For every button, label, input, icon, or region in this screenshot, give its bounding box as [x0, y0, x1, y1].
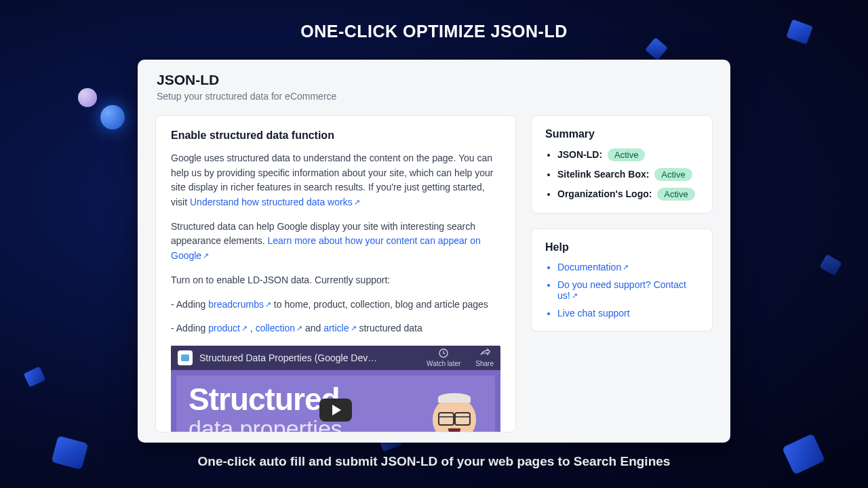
- external-link-icon: ↗: [203, 250, 209, 262]
- status-badge: Active: [657, 188, 694, 201]
- external-link-icon: ↗: [351, 323, 357, 334]
- intro-paragraph-2: Structured data can help Google display …: [171, 220, 500, 264]
- summary-item: Sitelink Search Box: Active: [557, 168, 698, 181]
- video-embed[interactable]: Structured Data Properties (Google Dev… …: [171, 346, 500, 432]
- support-line: Turn on to enable LD-JSON data. Currentl…: [171, 273, 500, 288]
- banner-subtitle: One-click auto fill and submit JSON-LD o…: [0, 454, 868, 469]
- decor-cube: [24, 367, 46, 388]
- summary-item: JSON-LD: Active: [557, 148, 698, 161]
- share-button[interactable]: Share: [475, 348, 494, 367]
- external-link-icon: ↗: [623, 263, 629, 272]
- help-panel: Help Documentation↗ Do you need support?…: [531, 228, 713, 331]
- help-link-contact[interactable]: Do you need support? Contact us!↗: [557, 279, 686, 301]
- page-subtitle: Setup your structured data for eCommerce: [157, 91, 711, 102]
- decor-orb: [100, 105, 125, 129]
- link-product[interactable]: product↗: [208, 323, 248, 333]
- intro-paragraph-1: Google uses structured data to understan…: [171, 151, 500, 210]
- external-link-icon: ↗: [265, 299, 271, 310]
- support-item-types: - Adding product↗ , collection↗ and arti…: [171, 321, 500, 336]
- external-link-icon: ↗: [572, 291, 578, 300]
- presenter-avatar: [423, 397, 486, 432]
- link-breadcrumbs[interactable]: breadcrumbs↗: [208, 299, 271, 310]
- help-link-chat[interactable]: Live chat support: [557, 308, 630, 319]
- play-button[interactable]: [319, 399, 352, 422]
- page-title: JSON-LD: [157, 72, 711, 88]
- status-badge: Active: [654, 168, 692, 181]
- support-item-breadcrumbs: - Adding breadcrumbs↗ to home, product, …: [171, 298, 500, 312]
- watch-later-button[interactable]: Watch later: [427, 348, 460, 367]
- status-badge: Active: [608, 148, 645, 161]
- settings-card: JSON-LD Setup your structured data for e…: [138, 60, 730, 443]
- video-title: Structured Data Properties (Google Dev…: [199, 352, 377, 363]
- link-collection[interactable]: collection↗: [256, 323, 302, 333]
- help-link-documentation[interactable]: Documentation↗: [557, 262, 629, 272]
- link-article[interactable]: article↗: [323, 323, 356, 333]
- external-link-icon: ↗: [241, 323, 248, 334]
- main-heading: Enable structured data function: [171, 129, 500, 142]
- main-panel: Enable structured data function Google u…: [155, 115, 516, 432]
- help-heading: Help: [545, 241, 698, 253]
- summary-item: Organization's Logo: Active: [557, 188, 698, 201]
- summary-heading: Summary: [545, 128, 698, 140]
- channel-icon: [178, 350, 193, 365]
- external-link-icon: ↗: [354, 197, 360, 208]
- link-understand-structured-data[interactable]: Understand how structured data works↗: [190, 197, 360, 207]
- decor-cube: [819, 254, 842, 276]
- video-titlebar: Structured Data Properties (Google Dev… …: [171, 346, 500, 370]
- external-link-icon: ↗: [296, 323, 302, 334]
- summary-panel: Summary JSON-LD: Active Sitelink Search …: [531, 115, 713, 214]
- banner-title: ONE-CLICK OPTIMIZE JSON-LD: [0, 0, 868, 41]
- decor-orb: [78, 88, 97, 107]
